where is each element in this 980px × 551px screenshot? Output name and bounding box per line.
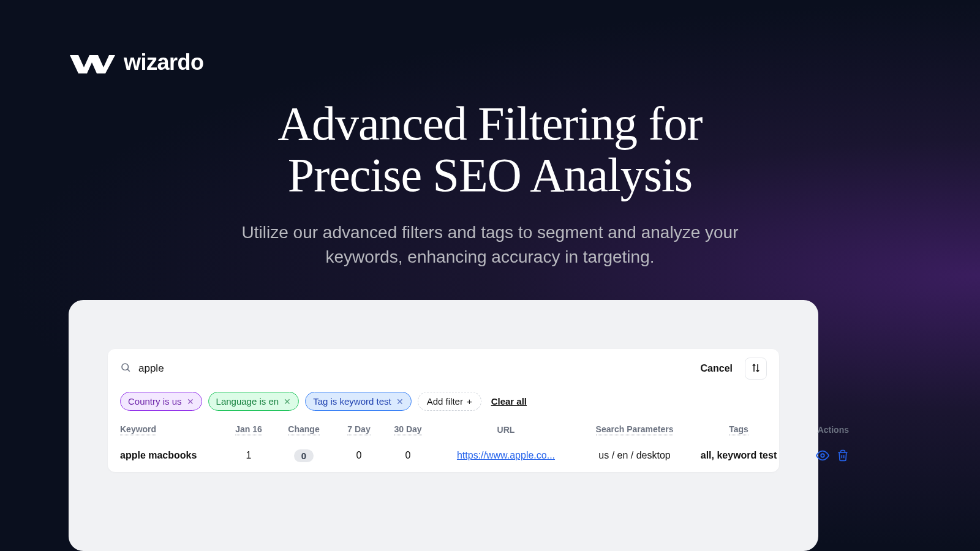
cancel-button[interactable]: Cancel xyxy=(701,363,733,374)
app-panel: Cancel Country is us ✕ Language is en ✕ xyxy=(69,300,818,551)
chip-label: Country is us xyxy=(128,396,182,407)
cell-keyword: apple macbooks xyxy=(120,450,224,461)
hero-section: Advanced Filtering for Precise SEO Analy… xyxy=(123,98,858,269)
filter-chip-tag[interactable]: Tag is keyword test ✕ xyxy=(305,392,412,411)
hero-subtitle: Utilize our advanced filters and tags to… xyxy=(123,220,858,268)
cell-date: 1 xyxy=(224,450,273,461)
search-input[interactable] xyxy=(138,362,693,375)
th-7day[interactable]: 7 Day xyxy=(334,424,383,435)
cell-tags: all, keyword test xyxy=(690,450,788,461)
close-icon[interactable]: ✕ xyxy=(187,397,194,407)
search-icon xyxy=(120,362,131,375)
add-filter-label: Add filter xyxy=(427,396,463,407)
th-30day[interactable]: 30 Day xyxy=(383,424,432,435)
th-url[interactable]: URL xyxy=(432,424,579,435)
close-icon[interactable]: ✕ xyxy=(396,397,404,407)
svg-point-0 xyxy=(122,364,129,370)
filter-chip-language[interactable]: Language is en ✕ xyxy=(208,392,300,411)
filter-panel: Cancel Country is us ✕ Language is en ✕ xyxy=(108,349,779,472)
cell-url: https://www.apple.co... xyxy=(432,450,579,461)
svg-line-1 xyxy=(127,369,130,372)
th-tags[interactable]: Tags xyxy=(690,424,788,435)
th-keyword[interactable]: Keyword xyxy=(120,424,224,435)
table-header: Keyword Jan 16 Change 7 Day 30 Day URL S… xyxy=(108,419,779,441)
cell-7day: 0 xyxy=(334,450,383,461)
cell-params: us / en / desktop xyxy=(579,450,690,461)
filter-chip-country[interactable]: Country is us ✕ xyxy=(120,392,202,411)
change-badge: 0 xyxy=(294,449,314,462)
th-change[interactable]: Change xyxy=(273,424,334,435)
clear-all-link[interactable]: Clear all xyxy=(491,396,527,407)
brand-name: wizardo xyxy=(124,50,204,75)
view-icon[interactable] xyxy=(816,449,829,462)
th-actions: Actions xyxy=(788,424,849,435)
plus-icon: + xyxy=(467,396,472,407)
close-icon[interactable]: ✕ xyxy=(284,397,291,407)
cell-30day: 0 xyxy=(383,450,432,461)
svg-point-2 xyxy=(821,454,824,457)
add-filter-button[interactable]: Add filter + xyxy=(418,392,481,411)
sort-icon xyxy=(750,362,761,375)
filter-chips-row: Country is us ✕ Language is en ✕ Tag is … xyxy=(108,388,779,419)
hero-title: Advanced Filtering for Precise SEO Analy… xyxy=(123,98,858,201)
chip-label: Language is en xyxy=(216,396,279,407)
brand-logo: wizardo xyxy=(67,49,204,76)
sort-button[interactable] xyxy=(745,358,767,380)
th-params[interactable]: Search Parameters xyxy=(579,424,690,435)
cell-change: 0 xyxy=(273,449,334,462)
trash-icon[interactable] xyxy=(837,449,849,462)
table-row: apple macbooks 1 0 0 0 https://www.apple… xyxy=(108,441,779,472)
logo-icon xyxy=(67,49,115,76)
chip-label: Tag is keyword test xyxy=(313,396,391,407)
cell-actions xyxy=(788,449,849,462)
th-date[interactable]: Jan 16 xyxy=(224,424,273,435)
search-row: Cancel xyxy=(108,349,779,388)
url-link[interactable]: https://www.apple.co... xyxy=(457,450,555,460)
